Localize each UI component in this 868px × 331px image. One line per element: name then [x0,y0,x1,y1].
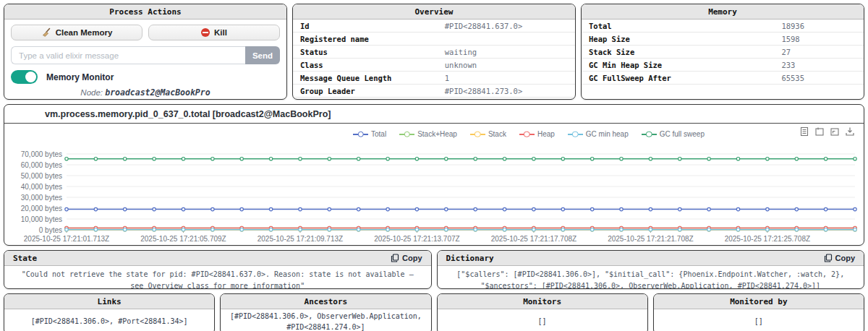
row-value: #PID<28841.273.0> [445,87,522,95]
row-label: Heap Size [589,35,781,43]
table-row: Classunknown [293,59,575,72]
row-label: Group Leader [300,87,445,95]
row-label: GC Min Heap Size [589,61,781,69]
chart-toolbox [799,126,855,137]
legend-marker [568,131,583,137]
dictionary-title: Dictionary [446,254,494,263]
legend-label: Stack [488,130,506,138]
dictionary-copy-button[interactable]: Copy [824,254,856,262]
overview-title: Overview [293,4,575,20]
legend-item-gc-min-heap[interactable]: GC min heap [568,130,629,138]
svg-text:0 bytes: 0 bytes [39,226,62,234]
toggle-knob [25,72,36,82]
svg-text:70,000 bytes: 70,000 bytes [21,150,62,158]
row-label: Message Queue Length [300,74,445,82]
top-row: Process Actions Clean Memory Kill [4,4,864,100]
clean-memory-button[interactable]: Clean Memory [11,25,142,40]
legend-label: Total [371,130,386,138]
row-label: Stack Size [589,48,781,56]
svg-text:2025-10-25 17:21:25.708Z: 2025-10-25 17:21:25.708Z [725,235,810,243]
overview-table: Id#PID<28841.637.0>Registered nameStatus… [293,20,575,100]
memory-line-chart[interactable]: 0 bytes10,000 bytes20,000 bytes30,000 by… [4,148,862,244]
process-actions-title: Process Actions [4,4,286,20]
kill-label: Kill [214,28,227,37]
svg-text:60,000 bytes: 60,000 bytes [21,161,62,169]
state-title: State [13,254,37,263]
ancestors-panel: Ancestors [#PID<28841.306.0>, ObserverWe… [220,293,431,331]
restore-icon[interactable] [830,126,840,137]
row-value: false [445,100,468,100]
memory-monitor-toggle[interactable] [11,70,38,84]
row-value: waiting [445,48,477,56]
clean-memory-label: Clean Memory [56,28,113,37]
legend-item-stack[interactable]: Stack [470,130,506,138]
monitored-by-title: Monitored by [654,294,864,309]
legend-item-total[interactable]: Total [353,130,386,138]
copy-icon [391,254,399,262]
row-label: Trap exit [300,100,445,100]
state-panel: State Copy "Could not retrieve the state… [4,250,432,289]
state-content: "Could not retrieve the state for pid: #… [4,266,431,289]
links-title: Links [4,294,214,309]
dictionary-panel: Dictionary Copy ["$callers": [#PID<28841… [437,250,865,289]
monitors-panel: Monitors [] [437,293,648,331]
zoom-reset-icon[interactable] [814,126,825,137]
monitors-content: [] [438,309,647,331]
svg-text:10,000 bytes: 10,000 bytes [21,215,62,223]
row-label: Registered name [300,35,445,43]
save-image-icon[interactable] [845,126,855,137]
svg-text:2025-10-25 17:21:21.708Z: 2025-10-25 17:21:21.708Z [608,235,693,243]
chart-title: vm.process.memory.pid_0_637_0.total [bro… [4,105,864,124]
row-value: unknown [445,61,477,69]
send-button[interactable]: Send [245,46,280,64]
chart-legend: TotalStack+HeapStackHeapGC min heapGC fu… [346,127,711,140]
svg-text:2025-10-25 17:21:17.708Z: 2025-10-25 17:21:17.708Z [491,235,576,243]
legend-item-heap[interactable]: Heap [519,130,555,138]
row-label: Status [300,48,445,56]
svg-text:2025-10-25 17:21:05.709Z: 2025-10-25 17:21:05.709Z [140,235,226,243]
state-copy-button[interactable]: Copy [391,254,422,262]
dictionary-content: ["$callers": [#PID<28841.306.0>], "$init… [438,266,864,289]
links-panel: Links [#PID<28841.306.0>, #Port<28841.34… [4,293,215,331]
row-value: #PID<28841.637.0> [445,22,522,30]
ancestors-content: [#PID<28841.306.0>, ObserverWeb.Applicat… [221,309,430,331]
data-view-icon[interactable] [799,126,809,137]
legend-item-stack-heap[interactable]: Stack+Heap [399,130,457,138]
svg-text:2025-10-25 17:21:13.707Z: 2025-10-25 17:21:13.707Z [374,235,459,243]
broom-icon [41,27,51,38]
elixir-message-input[interactable] [11,46,245,64]
row-value: 1598 [781,35,799,43]
memory-panel: Memory Total18936Heap Size1598Stack Size… [581,4,864,100]
row-label: Class [300,61,445,69]
legend-label: Heap [537,130,555,138]
monitored-by-content: [] [654,309,864,331]
memory-chart-panel: vm.process.memory.pid_0_637_0.total [bro… [4,104,864,246]
legend-marker [519,131,535,137]
table-row: Message Queue Length1 [293,72,575,85]
legend-marker [399,131,414,137]
memory-title: Memory [582,4,864,20]
copy-icon [824,254,833,262]
kill-button[interactable]: Kill [148,25,280,40]
table-row: Heap Size1598 [582,33,864,46]
table-row: Total18936 [582,20,864,33]
memory-table: Total18936Heap Size1598Stack Size27GC Mi… [582,20,864,85]
table-row: Registered name [293,33,575,46]
memory-monitor-label: Memory Monitor [46,72,114,82]
svg-text:30,000 bytes: 30,000 bytes [21,194,62,202]
legend-label: GC full sweep [660,130,705,138]
table-row: Statuswaiting [293,46,575,59]
row-value: 18936 [781,22,804,30]
table-row: Trap exitfalse [293,98,575,100]
table-row: Stack Size27 [582,46,864,59]
links-content: [#PID<28841.306.0>, #Port<28841.34>] [4,309,214,331]
ancestors-title: Ancestors [221,294,430,309]
row-value: 233 [781,61,795,69]
legend-item-gc-full-sweep[interactable]: GC full sweep [642,130,705,138]
legend-label: Stack+Heap [417,130,457,138]
process-detail-page: Process Actions Clean Memory Kill [0,0,868,331]
process-actions-panel: Process Actions Clean Memory Kill [4,4,287,100]
svg-text:50,000 bytes: 50,000 bytes [21,172,62,180]
svg-text:20,000 bytes: 20,000 bytes [21,205,62,212]
node-value: broadcast2@MacBookPro [105,87,210,98]
